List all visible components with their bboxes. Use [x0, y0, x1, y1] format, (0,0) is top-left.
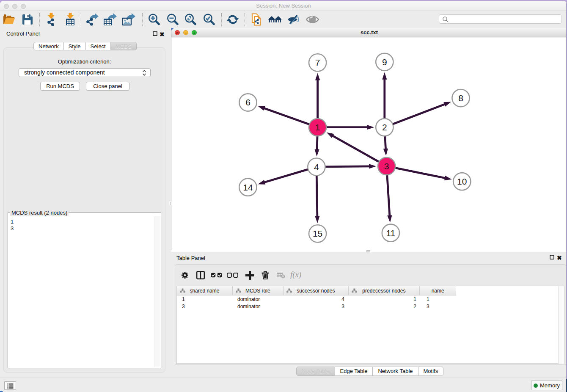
svg-text:1: 1 — [315, 122, 320, 132]
svg-text:4: 4 — [314, 162, 319, 172]
svg-text:9: 9 — [382, 57, 387, 67]
svg-text:10: 10 — [457, 177, 467, 186]
svg-text:14: 14 — [243, 182, 253, 192]
svg-text:11: 11 — [386, 228, 395, 238]
svg-text:3: 3 — [384, 161, 389, 171]
svg-text:2: 2 — [382, 122, 387, 132]
svg-text:8: 8 — [458, 93, 463, 103]
svg-text:6: 6 — [245, 97, 250, 107]
svg-text:7: 7 — [315, 58, 320, 67]
svg-text:15: 15 — [313, 229, 322, 238]
svg-text:f(x): f(x) — [290, 271, 301, 279]
